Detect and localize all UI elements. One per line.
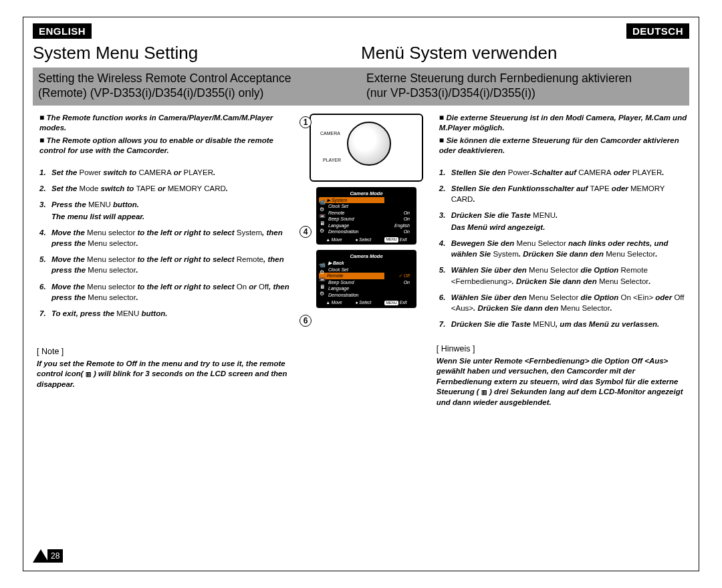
lang-deutsch: DEUTSCH	[626, 23, 689, 39]
step-item: 2.Stellen Sie den Funktionsschalter auf …	[439, 183, 689, 204]
menu-row: Beep SoundOn	[320, 216, 412, 222]
menu-header: Camera Mode	[320, 190, 412, 197]
note-label-en: [ Note ]	[37, 347, 299, 356]
note-en: If you set the Remote to Off in the menu…	[37, 359, 299, 390]
power-dial: CAMERA PLAYER	[336, 118, 396, 171]
manual-page: ENGLISH DEUTSCH System Menu Setting Menü…	[23, 17, 699, 571]
step-item: 5.Wählen Sie über den Menu Selector die …	[439, 265, 689, 286]
menu-row: Language	[320, 285, 412, 291]
step-item: 3.Drücken Sie die Taste MENU.Das Menü wi…	[439, 210, 689, 233]
step-circle-4: 4	[299, 226, 312, 238]
steps-en: 1.Set the Power switch to CAMERA or PLAY…	[39, 167, 299, 319]
intro-en-1: The Remote option allows you to enable o…	[39, 135, 299, 156]
dial-camera-label: CAMERA	[320, 131, 340, 136]
subtitle-de-l2: (nur VP-D353(i)/D354(i)/D355(i))	[366, 86, 535, 100]
col-diagrams: 1 CAMERA PLAYER 4 📹⚙📼🖥⚙Camera Mode▶ Syst…	[303, 106, 430, 408]
step-item: 5.Move the Menu selector to the left or …	[39, 254, 299, 275]
steps-de: 1.Stellen Sie den Power-Schalter auf CAM…	[439, 167, 689, 329]
subtitle-de: Externe Steuerung durch Fernbedienung ak…	[361, 67, 689, 106]
triangle-icon	[33, 549, 49, 563]
step-item: 6.Move the Menu selector to the left or …	[39, 281, 299, 303]
menu-row: LanguageEnglish	[320, 223, 412, 229]
menu-screen-6: 📹⚙📼🖥⚙Camera Mode▶ BackClock SetRemote✓ O…	[316, 250, 416, 308]
intro-en: The Remote function works in Camera/Play…	[39, 112, 299, 156]
subtitle-en-l2: (Remote) (VP-D353(i)/D354(i)/D355(i) onl…	[38, 86, 263, 100]
step-item: 3.Press the MENU button.The menu list wi…	[39, 199, 299, 222]
intro-de: Die externe Steuerung ist in den Modi Ca…	[439, 112, 689, 156]
menu-row: Clock Set	[320, 203, 412, 209]
menu-header: Camera Mode	[320, 253, 412, 260]
page-number: 28	[33, 549, 63, 563]
step-item: 6.Wählen Sie über den Menu Selector die …	[439, 292, 689, 313]
lang-english: ENGLISH	[33, 23, 92, 39]
menu-screen-4: 📹⚙📼🖥⚙Camera Mode▶ SystemClock SetRemoteO…	[316, 187, 416, 245]
step-circle-6: 6	[299, 315, 312, 327]
menu-top-row: ▶ System	[319, 197, 384, 203]
menu-top-row: ▶ Back	[320, 260, 412, 266]
menu-side-icons: 📹⚙📼🖥⚙	[319, 262, 326, 298]
menu-footer: ▲ Move● SelectMENU Exit	[320, 237, 412, 243]
step-item: 7.Drücken Sie die Taste MENU, um das Men…	[439, 319, 689, 329]
menu-row: Clock Set	[320, 267, 412, 273]
menu-row: Remote✓ Off	[319, 273, 384, 279]
menu-row: Beep SoundOn	[320, 279, 412, 285]
title-en: System Menu Setting	[33, 41, 361, 67]
step-circle-1: 1	[299, 116, 312, 128]
subtitle-de-l1: Externe Steuerung durch Fernbedienung ak…	[366, 71, 632, 85]
body-row: The Remote function works in Camera/Play…	[23, 106, 699, 408]
dial-player-label: PLAYER	[323, 158, 341, 162]
menu-row: Demonstration	[320, 292, 412, 298]
subtitle-en-l1: Setting the Wireless Remote Control Acce…	[38, 71, 291, 85]
menu-footer: ▲ Move● SelectMENU Exit	[320, 300, 412, 306]
col-deutsch: Die externe Steuerung ist in den Modi Ca…	[430, 106, 699, 408]
language-tags: ENGLISH DEUTSCH	[23, 17, 699, 41]
title-row: System Menu Setting Menü System verwende…	[23, 41, 699, 67]
intro-de-0: Die externe Steuerung ist in den Modi Ca…	[439, 112, 689, 134]
col-english: The Remote function works in Camera/Play…	[33, 106, 303, 408]
step-item: 1.Set the Power switch to CAMERA or PLAY…	[39, 167, 299, 178]
step-item: 1.Stellen Sie den Power-Schalter auf CAM…	[439, 167, 689, 178]
dial-diagram: CAMERA PLAYER	[310, 114, 423, 182]
menu-side-icons: 📹⚙📼🖥⚙	[319, 199, 326, 235]
dial-knob-icon	[347, 122, 391, 166]
menu-row: DemonstrationOn	[320, 229, 412, 235]
intro-en-0: The Remote function works in Camera/Play…	[39, 112, 299, 134]
menu-row: RemoteOn	[320, 210, 412, 216]
title-de: Menü System verwenden	[361, 41, 689, 67]
subtitle-en: Setting the Wireless Remote Control Acce…	[33, 67, 361, 106]
step-item: 4.Move the Menu selector to the left or …	[39, 227, 299, 249]
step-item: 4.Bewegen Sie den Menu Selector nach lin…	[439, 238, 689, 259]
page-number-text: 28	[47, 549, 63, 563]
note-de: Wenn Sie unter Remote <Fernbedienung> di…	[437, 356, 689, 408]
step-item: 7.To exit, press the MENU button.	[39, 308, 299, 319]
intro-de-1: Sie können die externe Steuerung für den…	[439, 135, 689, 156]
subtitle-row: Setting the Wireless Remote Control Acce…	[23, 67, 699, 106]
note-label-de: [ Hinweis ]	[437, 344, 689, 353]
step-item: 2.Set the Mode switch to TAPE or MEMORY …	[39, 183, 299, 194]
